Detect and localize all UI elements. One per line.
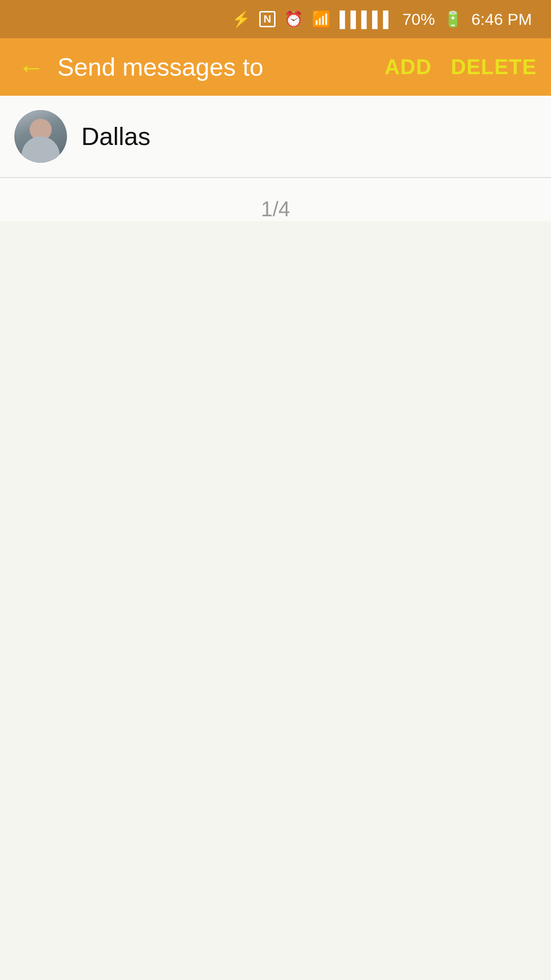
status-bar: ⚡ N ⏰ 📶 ▌▌▌▌▌ 70% 🔋 6:46 PM — [0, 0, 551, 38]
avatar-body — [22, 136, 60, 163]
time-text: 6:46 PM — [471, 10, 532, 29]
nfc-icon: N — [259, 11, 276, 27]
battery-icon: 🔋 — [443, 10, 463, 28]
app-bar: ← Send messages to ADD DELETE — [0, 38, 551, 96]
back-icon: ← — [18, 52, 44, 83]
app-bar-actions: ADD DELETE — [385, 55, 537, 79]
pagination: 1/4 — [0, 178, 551, 221]
contact-name: Dallas — [81, 122, 151, 151]
pagination-label: 1/4 — [261, 197, 290, 221]
add-button[interactable]: ADD — [385, 55, 431, 79]
avatar-image — [14, 110, 67, 163]
content-area: Dallas 1/4 — [0, 96, 551, 221]
delete-button[interactable]: DELETE — [451, 55, 537, 79]
signal-icon: ▌▌▌▌▌ — [340, 11, 394, 28]
alarm-icon: ⏰ — [284, 10, 303, 28]
contact-row[interactable]: Dallas — [0, 96, 551, 177]
bluetooth-icon: ⚡ — [231, 10, 251, 28]
status-icons: ⚡ N ⏰ 📶 ▌▌▌▌▌ 70% 🔋 6:46 PM — [231, 10, 532, 29]
back-button[interactable]: ← — [14, 52, 48, 83]
avatar — [14, 110, 67, 163]
battery-text: 70% — [402, 10, 435, 29]
wifi-icon: 📶 — [312, 10, 331, 28]
page-title: Send messages to — [57, 53, 385, 81]
